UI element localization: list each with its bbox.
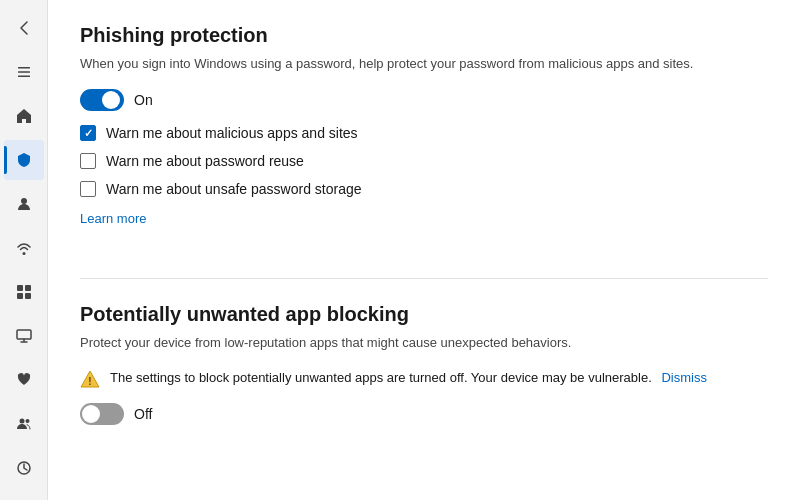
warn-reuse-checkbox[interactable] bbox=[80, 153, 96, 169]
phishing-toggle-label: On bbox=[134, 92, 153, 108]
warn-malicious-row: Warn me about malicious apps and sites bbox=[80, 125, 768, 141]
warn-unsafe-label: Warn me about unsafe password storage bbox=[106, 181, 362, 197]
svg-rect-2 bbox=[18, 76, 30, 78]
svg-rect-5 bbox=[25, 285, 31, 291]
home-icon[interactable] bbox=[4, 96, 44, 136]
svg-rect-6 bbox=[17, 293, 23, 299]
pua-warning-text-content: The settings to block potentially unwant… bbox=[110, 370, 652, 385]
svg-rect-8 bbox=[17, 330, 31, 339]
back-icon[interactable] bbox=[4, 8, 44, 48]
pua-toggle[interactable] bbox=[80, 403, 124, 425]
phishing-toggle[interactable] bbox=[80, 89, 124, 111]
sidebar bbox=[0, 0, 48, 500]
pua-toggle-row: Off bbox=[80, 403, 768, 425]
svg-rect-7 bbox=[25, 293, 31, 299]
phishing-section: Phishing protection When you sign into W… bbox=[80, 24, 768, 254]
pua-title: Potentially unwanted app blocking bbox=[80, 303, 768, 326]
svg-rect-1 bbox=[18, 71, 30, 73]
apps-icon[interactable] bbox=[4, 272, 44, 312]
main-content: Phishing protection When you sign into W… bbox=[48, 0, 800, 500]
warn-malicious-checkbox[interactable] bbox=[80, 125, 96, 141]
warn-unsafe-row: Warn me about unsafe password storage bbox=[80, 181, 768, 197]
svg-rect-0 bbox=[18, 67, 30, 69]
pua-warning-box: ! The settings to block potentially unwa… bbox=[80, 368, 768, 389]
pua-toggle-knob bbox=[82, 405, 100, 423]
svg-text:!: ! bbox=[88, 376, 91, 387]
person-icon[interactable] bbox=[4, 184, 44, 224]
heart-icon[interactable] bbox=[4, 360, 44, 400]
pua-warning-text: The settings to block potentially unwant… bbox=[110, 368, 768, 388]
phishing-toggle-knob bbox=[102, 91, 120, 109]
phishing-learn-more-link[interactable]: Learn more bbox=[80, 211, 146, 226]
pua-warning-content: The settings to block potentially unwant… bbox=[110, 368, 768, 388]
warn-reuse-row: Warn me about password reuse bbox=[80, 153, 768, 169]
history-icon[interactable] bbox=[4, 448, 44, 488]
svg-point-10 bbox=[25, 419, 29, 423]
users-icon[interactable] bbox=[4, 404, 44, 444]
warn-reuse-label: Warn me about password reuse bbox=[106, 153, 304, 169]
warn-malicious-label: Warn me about malicious apps and sites bbox=[106, 125, 358, 141]
pua-toggle-label: Off bbox=[134, 406, 152, 422]
svg-point-3 bbox=[21, 198, 27, 204]
phishing-description: When you sign into Windows using a passw… bbox=[80, 55, 768, 73]
warning-triangle-icon: ! bbox=[80, 369, 100, 389]
pua-dismiss-link[interactable]: Dismiss bbox=[661, 370, 707, 385]
section-divider bbox=[80, 278, 768, 279]
shield-icon[interactable] bbox=[4, 140, 44, 180]
svg-rect-4 bbox=[17, 285, 23, 291]
svg-point-9 bbox=[19, 419, 24, 424]
pua-section: Potentially unwanted app blocking Protec… bbox=[80, 303, 768, 425]
phishing-toggle-row: On bbox=[80, 89, 768, 111]
menu-icon[interactable] bbox=[4, 52, 44, 92]
warn-unsafe-checkbox[interactable] bbox=[80, 181, 96, 197]
monitor-icon[interactable] bbox=[4, 316, 44, 356]
phishing-title: Phishing protection bbox=[80, 24, 768, 47]
wifi-icon[interactable] bbox=[4, 228, 44, 268]
pua-description: Protect your device from low-reputation … bbox=[80, 334, 768, 352]
